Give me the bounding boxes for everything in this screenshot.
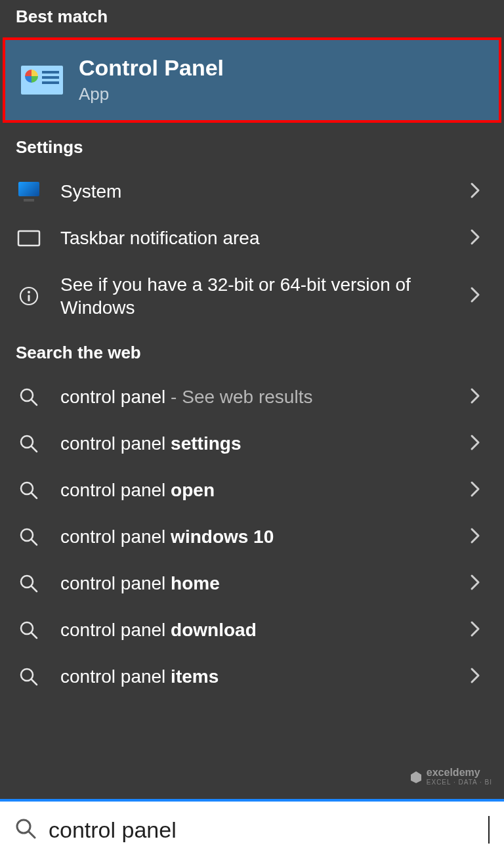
chevron-right-icon — [462, 480, 488, 501]
web-result-label: control panel open — [60, 479, 444, 502]
search-input[interactable]: control panel — [49, 817, 476, 843]
results-area: Best match Control Panel App Settings Sy… — [0, 0, 504, 858]
watermark-tag: EXCEL · DATA · BI — [427, 779, 492, 786]
settings-item-taskbar[interactable]: Taskbar notification area — [0, 215, 504, 261]
best-match-text: Control Panel App — [79, 56, 224, 104]
web-result-label: control panel - See web results — [60, 385, 444, 408]
svg-line-7 — [32, 446, 37, 452]
web-result-suffix: home — [171, 573, 220, 593]
system-icon — [16, 182, 42, 202]
web-result-suffix: open — [171, 480, 215, 500]
text-caret — [488, 816, 490, 844]
best-match-subtitle: App — [79, 84, 224, 104]
web-result-label: control panel download — [60, 618, 444, 641]
settings-item-label: See if you have a 32-bit or 64-bit versi… — [60, 273, 444, 319]
web-result-item[interactable]: control panel items — [0, 653, 504, 700]
svg-line-9 — [32, 493, 37, 498]
chevron-right-icon — [462, 526, 488, 547]
web-result-prefix: control panel — [60, 433, 171, 454]
section-header-web: Search the web — [0, 331, 504, 374]
web-result-label: control panel home — [60, 572, 444, 595]
best-match-result[interactable]: Control Panel App — [3, 37, 501, 123]
search-icon — [14, 817, 37, 842]
svg-line-17 — [32, 679, 37, 685]
control-panel-icon — [21, 66, 63, 95]
chevron-right-icon — [462, 286, 488, 307]
svg-marker-18 — [411, 771, 421, 783]
svg-rect-3 — [28, 295, 30, 301]
web-result-item[interactable]: control panel open — [0, 467, 504, 513]
search-bar[interactable]: control panel — [0, 799, 504, 858]
chevron-right-icon — [462, 666, 488, 687]
web-result-suffix: windows 10 — [171, 526, 274, 547]
search-icon — [16, 667, 42, 687]
settings-item-label: System — [60, 180, 444, 203]
web-result-hint: - See web results — [165, 387, 312, 407]
chevron-right-icon — [462, 181, 488, 202]
svg-line-13 — [32, 586, 37, 591]
web-result-label: control panel items — [60, 665, 444, 688]
search-icon — [16, 574, 42, 593]
svg-line-11 — [32, 540, 37, 545]
search-icon — [16, 434, 42, 454]
web-result-item[interactable]: control panel download — [0, 607, 504, 653]
chevron-right-icon — [462, 387, 488, 408]
search-icon — [16, 387, 42, 407]
settings-item-bitness[interactable]: See if you have a 32-bit or 64-bit versi… — [0, 261, 504, 331]
watermark: exceldemy EXCEL · DATA · BI — [410, 767, 492, 786]
web-result-prefix: control panel — [60, 573, 171, 593]
web-result-prefix: control panel — [60, 526, 171, 547]
search-icon — [16, 527, 42, 547]
web-result-item[interactable]: control panel - See web results — [0, 374, 504, 420]
web-result-item[interactable]: control panel windows 10 — [0, 513, 504, 560]
web-result-suffix: settings — [171, 433, 241, 454]
svg-point-2 — [28, 291, 30, 293]
windows-search-panel: Best match Control Panel App Settings Sy… — [0, 0, 504, 858]
info-icon — [16, 286, 42, 307]
web-result-label: control panel settings — [60, 432, 444, 455]
web-result-suffix: download — [171, 620, 257, 640]
web-result-suffix: items — [171, 666, 219, 687]
search-icon — [16, 620, 42, 640]
web-results-list: control panel - See web resultscontrol p… — [0, 374, 504, 700]
taskbar-icon — [16, 230, 42, 247]
web-result-item[interactable]: control panel home — [0, 560, 504, 607]
svg-line-15 — [32, 633, 37, 638]
section-header-settings: Settings — [0, 123, 504, 168]
search-icon — [16, 481, 42, 500]
chevron-right-icon — [462, 573, 488, 594]
chevron-right-icon — [462, 433, 488, 454]
web-result-label: control panel windows 10 — [60, 525, 444, 548]
web-result-prefix: control panel — [60, 480, 171, 500]
chevron-right-icon — [462, 620, 488, 641]
svg-rect-0 — [18, 231, 39, 246]
watermark-brand: exceldemy — [427, 767, 492, 779]
web-result-prefix: control panel — [60, 666, 171, 687]
svg-line-20 — [29, 832, 35, 838]
chevron-right-icon — [462, 228, 488, 249]
svg-line-5 — [32, 400, 37, 405]
web-result-prefix: control panel — [60, 387, 165, 407]
web-result-item[interactable]: control panel settings — [0, 420, 504, 467]
web-result-prefix: control panel — [60, 620, 171, 640]
section-header-best-match: Best match — [0, 0, 504, 37]
best-match-title: Control Panel — [79, 56, 224, 80]
settings-item-system[interactable]: System — [0, 168, 504, 215]
settings-item-label: Taskbar notification area — [60, 226, 444, 249]
